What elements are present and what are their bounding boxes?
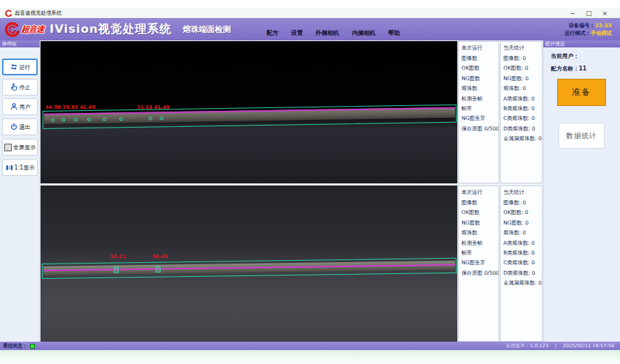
device-number: 设备编号：22-33: [565, 22, 612, 29]
menu-item[interactable]: 设置: [285, 29, 309, 38]
stat-row: 图像数: [462, 198, 499, 208]
fullscreen-grid-icon: [4, 144, 12, 151]
menu-bar: 配方设置外侧相机内侧相机帮助: [260, 29, 406, 38]
detection-bounding-box: [43, 105, 457, 129]
app-header: 超音速 IVision视觉处理系统 熔珠端面检测 配方设置外侧相机内侧相机帮助 …: [0, 18, 620, 40]
info-panel: 当前用户： 配方名称：11 准备 数据统计: [543, 47, 620, 342]
stat-row: A类熔珠数: 0: [503, 94, 542, 104]
menu-item[interactable]: 外侧相机: [309, 29, 346, 38]
sidebar: 运行 停止 用户 退出 全屏显示: [0, 47, 40, 342]
stat-row: NG图数: [462, 74, 499, 84]
stat-row: 保存原图 0/500: [462, 268, 499, 278]
stat-row: 熔珠数: 0: [503, 84, 542, 93]
detected-bead-marker: [51, 119, 54, 122]
measurement-annotation: 56.43: [152, 254, 168, 259]
stat-row: 熔珠数: [462, 228, 499, 238]
stat-row: 检测丢帧: [462, 94, 499, 104]
run-arrows-icon: [10, 63, 18, 71]
stat-row: C类熔珠数: 0: [503, 258, 542, 268]
one-to-one-icon: [6, 164, 13, 172]
run-button[interactable]: 运行: [2, 59, 38, 75]
menu-item[interactable]: 帮助: [382, 29, 406, 38]
measurement-annotation: 53.11: [110, 254, 126, 259]
today-stats-top: 当天统计 图像数: 0OK图数: 0NG图数: 0熔珠数: 0A类熔珠数: 0B…: [500, 41, 542, 183]
data-statistics-button[interactable]: 数据统计: [559, 123, 605, 149]
stats-group-title: 当天统计: [501, 42, 542, 54]
weld-strip-image: [43, 105, 457, 129]
detection-bounding-box: [42, 258, 457, 279]
version-label: 当前版本：: [505, 343, 530, 349]
camera-view-outer[interactable]: 44.98 39.83 41.49 31.53 41.49: [40, 41, 457, 183]
status-separator: |: [555, 343, 556, 349]
detected-bead-marker: [149, 117, 152, 121]
stat-row: 保存原图 0/500: [462, 124, 499, 134]
defect-marker: [114, 266, 119, 273]
stop-button[interactable]: 停止: [2, 79, 38, 96]
app-logo-icon: [5, 10, 12, 17]
stats-group-title: 单次运行: [459, 186, 499, 198]
one-to-one-button[interactable]: 1:1显示: [2, 159, 38, 176]
fullscreen-button-label: 全屏显示: [13, 144, 36, 151]
stat-row: 金属屑熔珠数: 0: [503, 134, 542, 144]
stats-group-title: 单次运行: [459, 42, 499, 54]
desktop-background: [0, 350, 620, 364]
info-panel-title: 统计信息: [543, 40, 620, 47]
page-subtitle: 熔珠端面检测: [183, 24, 231, 35]
stat-row: 熔珠数: 0: [503, 228, 542, 238]
stat-row: B类熔珠数: 0: [503, 104, 542, 114]
menu-item[interactable]: 配方: [260, 29, 285, 38]
stat-row: B类熔珠数: 0: [503, 248, 542, 258]
stat-row: NG图丢弃: [462, 114, 499, 123]
menu-item[interactable]: 内侧相机: [346, 29, 382, 38]
measurement-annotation: 44.98 39.83 41.49: [45, 105, 95, 110]
minimize-button[interactable]: −: [570, 9, 575, 17]
stat-row: NG图数: [462, 218, 499, 228]
stat-row: D类熔珠数: 0: [503, 124, 542, 134]
run-button-label: 运行: [20, 63, 31, 71]
stat-row: NG图数: 0: [503, 74, 542, 84]
user-button[interactable]: 用户: [2, 98, 38, 115]
comm-status-indicator: [30, 344, 35, 349]
close-button[interactable]: ×: [602, 9, 607, 17]
maximize-button[interactable]: □: [586, 9, 592, 17]
app-window: 超音速视觉处理系统 − □ × 超音速 IVision视觉处理系统 熔珠端面检测…: [0, 0, 620, 364]
comm-status-label: 通信状态：: [3, 342, 27, 349]
brand-logo: 超音速: [4, 22, 44, 37]
fullscreen-button[interactable]: 全屏显示: [2, 139, 38, 156]
window-title: 超音速视觉处理系统: [15, 10, 62, 17]
brand-swirl-icon: [4, 22, 20, 37]
prepare-button[interactable]: 准备: [557, 79, 606, 106]
sidebar-title: 操作区: [0, 40, 40, 47]
user-icon: [10, 103, 18, 111]
exit-button-label: 退出: [20, 123, 31, 131]
status-bar-right: 当前版本：1.0.123 | 2025/02/11 16:57:56: [505, 342, 614, 349]
detected-bead-marker: [87, 118, 91, 121]
window-titlebar: 超音速视觉处理系统 − □ ×: [0, 8, 620, 18]
one-to-one-button-label: 1:1显示: [15, 164, 35, 172]
window-controls: − □ ×: [570, 9, 607, 17]
stat-row: 熔珠数: [462, 84, 499, 93]
stat-row: C类熔珠数: 0: [503, 114, 542, 123]
brand-name: 超音速: [21, 24, 44, 36]
stat-row: 帧率: [462, 248, 499, 258]
exit-button[interactable]: 退出: [2, 119, 38, 135]
stat-row: D类熔珠数: 0: [503, 268, 542, 278]
camera-view-inner[interactable]: 53.11 56.43: [40, 185, 457, 342]
run-mode: 运行模式：手动调试: [565, 29, 612, 37]
hand-icon: [10, 83, 18, 91]
stat-row: 图像数: 0: [503, 54, 542, 63]
stat-row: OK图数: 0: [503, 63, 542, 73]
today-stats-bottom: 当天统计 图像数: 0OK图数: 0NG图数: 0熔珠数: 0A类熔珠数: 0B…: [500, 185, 542, 342]
datetime: 2025/02/11 16:57:56: [563, 343, 614, 349]
single-run-stats-top: 单次运行 图像数OK图数NG图数熔珠数检测丢帧帧率NG图丢弃保存原图 0/500: [458, 41, 499, 183]
stat-row: 帧率: [462, 104, 499, 114]
stat-row: A类熔珠数: 0: [503, 238, 542, 248]
detected-bead-marker: [74, 118, 78, 121]
weld-strip-image: [42, 258, 457, 279]
detected-bead-marker: [160, 116, 163, 120]
detected-bead-marker: [119, 117, 123, 121]
detected-bead-marker: [61, 118, 65, 121]
detected-bead-marker: [103, 118, 106, 121]
stats-group-title: 当天统计: [501, 186, 542, 198]
defect-marker: [156, 266, 161, 273]
